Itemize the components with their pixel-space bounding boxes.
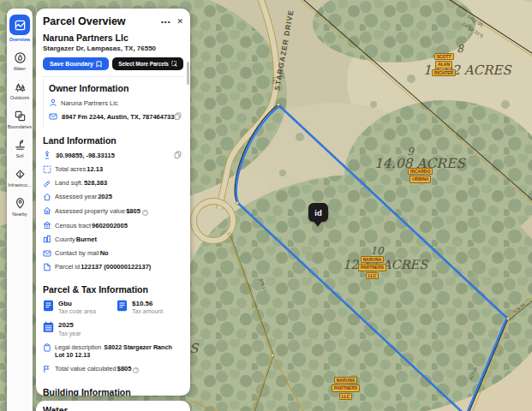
census-tract-row: Census tract9602002005 — [43, 221, 183, 229]
mail-icon — [49, 112, 57, 121]
land-information-section: Land Information 30.99855, -98.33115 — [43, 128, 183, 271]
bank-icon — [43, 221, 51, 229]
file-icon — [43, 263, 51, 271]
total-value-row: Total value calculated$805? — [43, 365, 183, 374]
panel-scrollbar[interactable] — [187, 62, 189, 85]
house-icon — [43, 193, 51, 201]
infrastructure-icon — [14, 168, 27, 181]
document-icon — [117, 300, 128, 312]
overview-icon — [9, 15, 30, 35]
copy-icon — [174, 151, 182, 159]
more-menu-icon[interactable]: ••• — [161, 18, 170, 26]
street-view-icon — [43, 151, 51, 159]
owner-information-heading: Owner Information — [49, 83, 183, 93]
copy-address-button[interactable] — [174, 112, 182, 122]
owner-information-section: Owner Information Naruna Partners Llc 89… — [43, 76, 183, 128]
owner-tag-lot10: NARUNA PARTNERS LLC — [358, 256, 386, 279]
help-icon[interactable]: ? — [133, 367, 139, 373]
copy-coordinates-button[interactable] — [174, 151, 182, 161]
tax-year-card: 2025 Tax year — [43, 321, 117, 337]
contact-by-mail-row: Contact by mailNo — [43, 249, 183, 258]
parcel-tax-heading: Parcel & Tax Information — [43, 284, 183, 295]
sidebar-item-overview[interactable]: Overview — [7, 15, 33, 42]
id-map-marker[interactable]: id — [308, 203, 328, 222]
sidebar-item-nearby[interactable]: Nearby — [7, 197, 33, 217]
owner-tag-lot8: SCOTT ALAN RICHTER — [432, 53, 456, 76]
sidebar-item-boundaries[interactable]: Boundaries — [7, 110, 33, 129]
tax-amount-card: $10.56 Tax amount — [117, 300, 183, 315]
water-icon — [14, 51, 27, 64]
building-information-heading: Building Information — [43, 387, 183, 396]
water-heading: Water — [43, 405, 183, 411]
owner-tag-lot9: RICARDO URBINA — [408, 168, 433, 183]
clipped-acres-text: S — [189, 341, 200, 356]
buildings-icon — [43, 235, 51, 243]
owner-mail-row: 8947 Fm 2244, Austin, TX, 787464733 — [49, 112, 183, 121]
land-information-heading: Land Information — [43, 135, 183, 146]
document-icon — [43, 300, 54, 312]
assessed-value-row: Assessed property value$805? — [43, 206, 183, 216]
outdoors-icon — [14, 80, 27, 93]
sidebar-item-water[interactable]: Water — [7, 51, 33, 71]
flag-chart-icon — [43, 365, 51, 373]
owner-name-row: Naruna Partners Llc — [49, 98, 183, 107]
parcel-tax-section: Parcel & Tax Information Gbu Tax code ar… — [43, 277, 183, 374]
area-icon — [43, 165, 51, 174]
sidebar-rail: Overview Water Outdoors Boundaries — [7, 9, 33, 411]
id-marker-label: id — [314, 208, 321, 217]
sidebar-item-outdoors[interactable]: Outdoors — [7, 80, 33, 100]
assessed-year-row: Assessed year2025 — [43, 193, 183, 201]
clipboard-icon — [43, 343, 51, 352]
parcel-id-row: Parcel id122137 (000000122137) — [43, 263, 183, 271]
panel-title: Parcel Overview — [43, 15, 161, 27]
select-parcels-icon — [171, 61, 177, 67]
soil-icon — [14, 139, 27, 152]
nearby-icon — [14, 197, 27, 210]
parcel-owner-name: Naruna Partners Llc — [36, 27, 190, 43]
sidebar-item-infrastructure[interactable]: Infrastruc... — [7, 168, 33, 188]
owner-tag-lot10-south: NARUNA PARTNERS LLC — [332, 377, 360, 400]
app-window: STARGAZER DRIVE 8 14.02 ACRES 9 14.08 AC… — [0, 0, 532, 411]
house-value-icon — [43, 206, 51, 215]
mail-icon — [43, 249, 51, 258]
coordinates-row: 30.99855, -98.33115 — [43, 151, 183, 159]
copy-icon — [174, 112, 182, 121]
close-icon[interactable]: ✕ — [176, 17, 183, 26]
boundaries-icon — [14, 110, 27, 122]
lot10-number: 10 — [370, 245, 385, 257]
ruler-icon — [43, 179, 51, 188]
tax-code-card: Gbu Tax code area — [43, 300, 117, 315]
building-information-section: Building Information Agricultural Proper… — [43, 379, 183, 396]
save-icon — [96, 61, 102, 68]
sidebar-item-soil[interactable]: Soil — [7, 139, 33, 158]
save-boundary-button[interactable]: Save Boundary — [43, 57, 109, 70]
calendar-icon — [43, 321, 54, 333]
land-sqft-row: Land sqft.528,383 — [43, 179, 183, 188]
legal-description-row: Legal description S8022 Stargazer Ranch … — [43, 343, 183, 360]
help-icon[interactable]: ? — [142, 210, 148, 216]
parcel-overview-panel: Parcel Overview ••• ✕ Naruna Partners Ll… — [36, 9, 190, 396]
person-icon — [49, 98, 57, 107]
select-more-parcels-button[interactable]: Select More Parcels — [112, 57, 183, 70]
water-section-card[interactable]: Water — [36, 401, 190, 411]
county-row: CountyBurnet — [43, 235, 183, 243]
parcel-address: Stargazer Dr, Lampasas, TX, 76550 — [36, 43, 190, 52]
total-acres-row: Total acres12.13 — [43, 165, 183, 174]
